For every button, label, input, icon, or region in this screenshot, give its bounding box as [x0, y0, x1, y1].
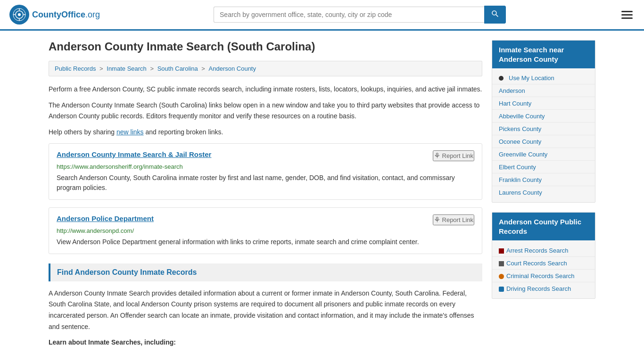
new-links-link[interactable]: new links	[116, 128, 144, 136]
content-area: Anderson County Inmate Search (South Car…	[49, 40, 482, 346]
page-title: Anderson County Inmate Search (South Car…	[49, 40, 482, 53]
public-records-box: Anderson County Public Records Arrest Re…	[492, 212, 595, 299]
search-button[interactable]	[484, 6, 506, 24]
public-records-list-item: Arrest Records Search	[492, 244, 595, 257]
resource-url-1: http://www.andersonpd.com/	[57, 227, 474, 234]
nearby-list-item: Use My Location	[492, 72, 595, 84]
breadcrumb-inmate-search[interactable]: Inmate Search	[107, 65, 147, 72]
nearby-list-item: Franklin County	[492, 173, 595, 186]
intro-paragraph-1: Perform a free Anderson County, SC publi…	[49, 84, 482, 94]
section-body: A Anderson County Inmate Search provides…	[49, 288, 482, 333]
svg-point-2	[18, 13, 21, 16]
logo-icon	[9, 5, 29, 25]
square-icon	[499, 248, 504, 254]
resource-title-0[interactable]: Anderson County Inmate Search & Jail Ros…	[57, 150, 211, 158]
svg-line-8	[496, 15, 498, 16]
nearby-list-item: Abbeville County	[492, 110, 595, 123]
public-records-link-1[interactable]: Court Records Search	[499, 260, 567, 267]
building-icon	[499, 261, 504, 266]
nearby-list-item: Greenville County	[492, 148, 595, 161]
search-input[interactable]	[214, 7, 484, 23]
resource-card: Anderson County Inmate Search & Jail Ros…	[49, 143, 482, 200]
nearby-box: Inmate Search near Anderson County Use M…	[492, 40, 595, 203]
resource-desc-0: Search Anderson County, South Carolina i…	[57, 173, 474, 193]
logo-text: CountyOffice.org	[32, 10, 100, 20]
search-bar	[214, 6, 506, 24]
report-link-button-1[interactable]: ⚘ Report Link	[433, 214, 474, 225]
nearby-list-item: Oconee County	[492, 135, 595, 148]
resource-url-0: https://www.andersonsheriff.org/inmate-s…	[57, 163, 474, 170]
menu-button[interactable]	[619, 9, 635, 21]
report-icon-0: ⚘	[434, 151, 440, 160]
breadcrumb-anderson-county[interactable]: Anderson County	[209, 65, 256, 72]
nearby-link-0[interactable]: Use My Location	[499, 74, 588, 82]
resource-desc-1: View Anderson Police Department general …	[57, 237, 474, 247]
report-link-label-1: Report Link	[442, 216, 473, 223]
nearby-list-item: Anderson	[492, 84, 595, 97]
public-records-link-3[interactable]: Driving Records Search	[499, 285, 571, 292]
nearby-link-6[interactable]: Greenville County	[499, 151, 547, 158]
nearby-link-5[interactable]: Oconee County	[499, 138, 541, 145]
menu-line	[621, 11, 633, 12]
public-records-list-item: Driving Records Search	[492, 282, 595, 295]
nearby-link-8[interactable]: Franklin County	[499, 176, 542, 183]
nearby-list-item: Laurens County	[492, 186, 595, 198]
breadcrumb-public-records[interactable]: Public Records	[55, 65, 96, 72]
location-dot-icon	[499, 76, 504, 81]
resource-card: Anderson Police Department ⚘ Report Link…	[49, 207, 482, 254]
nearby-link-1[interactable]: Anderson	[499, 87, 525, 94]
report-icon-1: ⚘	[434, 215, 440, 224]
breadcrumb-south-carolina[interactable]: South Carolina	[157, 65, 198, 72]
public-records-link-2[interactable]: Criminal Records Search	[499, 272, 575, 280]
intro-paragraph-3: Help others by sharing new links and rep…	[49, 127, 482, 137]
car-icon	[499, 287, 504, 292]
section-heading: Find Anderson County Inmate Records	[49, 263, 482, 281]
resource-list: Anderson County Inmate Search & Jail Ros…	[49, 143, 482, 254]
public-records-link-0[interactable]: Arrest Records Search	[499, 247, 569, 254]
menu-line	[621, 17, 633, 19]
public-records-list: Arrest Records SearchCourt Records Searc…	[492, 240, 595, 298]
nearby-link-9[interactable]: Laurens County	[499, 189, 542, 196]
logo[interactable]: CountyOffice.org	[9, 5, 100, 25]
nearby-link-2[interactable]: Hart County	[499, 100, 531, 107]
nearby-link-7[interactable]: Elbert County	[499, 164, 536, 171]
svg-point-7	[492, 11, 496, 15]
breadcrumb: Public Records > Inmate Search > South C…	[49, 61, 482, 76]
report-link-button-0[interactable]: ⚘ Report Link	[433, 150, 474, 161]
report-link-label-0: Report Link	[442, 152, 473, 159]
exclaim-icon	[499, 274, 504, 279]
nearby-link-3[interactable]: Abbeville County	[499, 113, 545, 120]
intro-paragraph-2: The Anderson County Inmate Search (South…	[49, 100, 482, 121]
nearby-link-4[interactable]: Pickens County	[499, 125, 541, 132]
nearby-list-item: Pickens County	[492, 123, 595, 135]
nearby-list-item: Elbert County	[492, 161, 595, 173]
menu-line	[621, 14, 633, 16]
nearby-title: Inmate Search near Anderson County	[492, 41, 595, 68]
public-records-list-item: Court Records Search	[492, 257, 595, 270]
public-records-title: Anderson County Public Records	[492, 213, 595, 240]
section-subheading: Learn about Inmate Searches, including:	[49, 338, 482, 346]
resource-title-1[interactable]: Anderson Police Department	[57, 214, 154, 222]
nearby-list-item: Hart County	[492, 97, 595, 110]
sidebar: Inmate Search near Anderson County Use M…	[492, 40, 595, 346]
public-records-list-item: Criminal Records Search	[492, 270, 595, 282]
nearby-list: Use My Location AndersonHart CountyAbbev…	[492, 68, 595, 202]
